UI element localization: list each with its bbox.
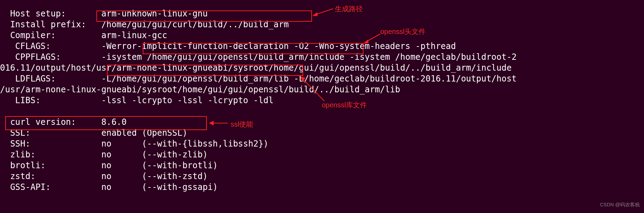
line-zlib: zlib: no (--with-zlib) (0, 150, 208, 159)
line-libs: LIBS: -lssl -lcrypto -lssl -lcrypto -ldl (0, 95, 273, 105)
annotation-openssl-header: openssl头文件 (380, 26, 426, 37)
line-ssh: SSH: no (--with-{libssh,libssh2}) (0, 139, 269, 149)
terminal-output: Host setup: arm-unknown-linux-gnu Instal… (0, 8, 517, 193)
svg-line-0 (315, 9, 333, 15)
svg-marker-3 (364, 40, 368, 43)
watermark: CSDN @码农客栈 (600, 199, 640, 210)
arrow-ssl-enable (209, 120, 230, 127)
annotation-openssl-lib: openssl库文件 (322, 100, 367, 111)
svg-marker-1 (313, 13, 318, 16)
line-zstd: zstd: no (--with-zstd) (0, 171, 208, 181)
line-brotli: brotli: no (--with-brotli) (0, 161, 218, 170)
highlight-openssl-include (143, 43, 364, 54)
svg-marker-7 (209, 121, 213, 125)
highlight-openssl-lib (107, 65, 303, 76)
arrow-install-prefix (312, 7, 337, 17)
annotation-install-prefix: 生成路径 (335, 3, 363, 14)
annotation-ssl-enable: ssl使能 (231, 119, 253, 130)
highlight-install-prefix (96, 10, 312, 22)
line-gssapi: GSS-API: no (--with-gssapi) (0, 182, 218, 192)
line-ldflags-cont: /usr/arm-none-linux-gnueabi/sysroot/home… (0, 85, 400, 94)
line-compiler: Compiler: arm-linux-gcc (0, 30, 167, 40)
svg-line-4 (303, 79, 324, 101)
highlight-ssl-enabled (5, 116, 207, 130)
